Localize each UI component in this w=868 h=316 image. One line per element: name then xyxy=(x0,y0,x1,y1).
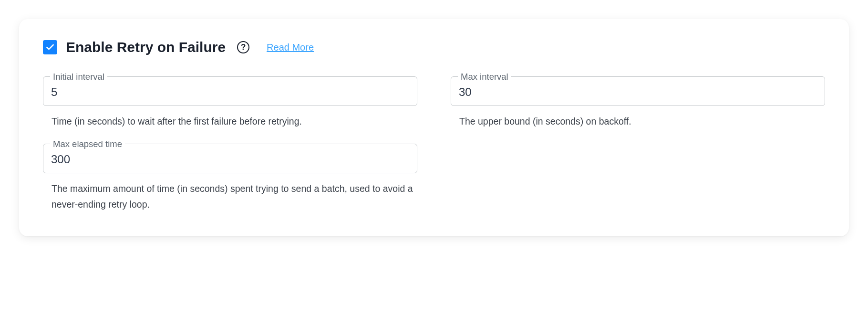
initial-interval-group: Initial interval Time (in seconds) to wa… xyxy=(43,76,417,129)
fields-grid: Initial interval Time (in seconds) to wa… xyxy=(43,76,825,212)
max-elapsed-time-wrapper: Max elapsed time xyxy=(43,144,417,173)
max-elapsed-time-help: The maximum amount of time (in seconds) … xyxy=(43,181,417,212)
check-icon xyxy=(45,42,55,52)
max-interval-wrapper: Max interval xyxy=(451,76,825,106)
initial-interval-label: Initial interval xyxy=(50,72,107,82)
initial-interval-wrapper: Initial interval xyxy=(43,76,417,106)
retry-settings-card: Enable Retry on Failure ? Read More Init… xyxy=(19,19,849,236)
max-elapsed-time-group: Max elapsed time The maximum amount of t… xyxy=(43,144,417,212)
enable-retry-checkbox[interactable] xyxy=(43,40,57,54)
max-interval-group: Max interval The upper bound (in seconds… xyxy=(451,76,825,129)
header-row: Enable Retry on Failure ? Read More xyxy=(43,39,825,55)
read-more-link[interactable]: Read More xyxy=(267,42,314,53)
max-interval-help: The upper bound (in seconds) on backoff. xyxy=(451,114,825,129)
initial-interval-help: Time (in seconds) to wait after the firs… xyxy=(43,114,417,129)
max-interval-label: Max interval xyxy=(458,72,511,82)
section-title: Enable Retry on Failure xyxy=(66,39,226,55)
help-icon[interactable]: ? xyxy=(237,41,249,53)
max-elapsed-time-label: Max elapsed time xyxy=(50,139,125,149)
